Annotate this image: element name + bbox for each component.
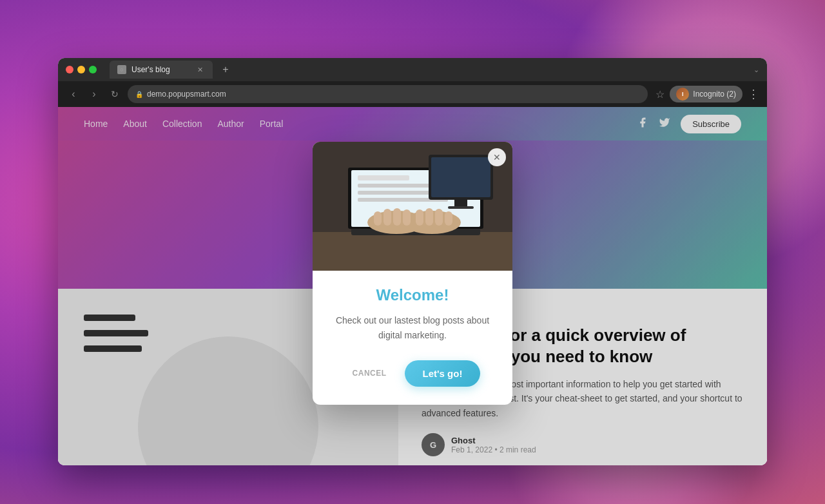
traffic-lights bbox=[66, 66, 97, 73]
popup-actions: CANCEL Let's go! bbox=[331, 360, 494, 387]
svg-rect-14 bbox=[383, 209, 391, 226]
tab-title: User's blog bbox=[131, 65, 189, 74]
svg-rect-7 bbox=[358, 175, 409, 180]
url-text: demo.popupsmart.com bbox=[147, 90, 226, 99]
browser-titlebar: ○ User's blog ✕ + ⌄ bbox=[58, 58, 767, 81]
incognito-profile-button[interactable]: I Incognito (2) bbox=[670, 86, 742, 102]
popup-overlay: ✕ Welcome! Check out our lastest blog po… bbox=[58, 107, 767, 465]
browser-window: ○ User's blog ✕ + ⌄ ‹ › ↻ 🔒 demo.popupsm… bbox=[58, 58, 767, 465]
tab-bar: ○ User's blog ✕ + bbox=[110, 61, 735, 79]
close-window-button[interactable] bbox=[66, 66, 73, 73]
profile-avatar-icon: I bbox=[676, 88, 689, 101]
popup-title: Welcome! bbox=[331, 286, 494, 304]
popup-dialog: ✕ Welcome! Check out our lastest blog po… bbox=[313, 142, 512, 405]
svg-rect-22 bbox=[431, 157, 490, 197]
tab-favicon: ○ bbox=[117, 65, 126, 74]
new-tab-button[interactable]: + bbox=[218, 62, 233, 77]
refresh-button[interactable]: ↻ bbox=[107, 86, 122, 102]
svg-rect-15 bbox=[393, 208, 401, 226]
profile-label: Incognito (2) bbox=[693, 90, 736, 99]
svg-rect-18 bbox=[425, 208, 433, 226]
lock-icon: 🔒 bbox=[135, 91, 143, 98]
svg-rect-13 bbox=[374, 211, 382, 226]
back-button[interactable]: ‹ bbox=[66, 86, 81, 102]
svg-rect-16 bbox=[403, 209, 411, 226]
svg-rect-20 bbox=[445, 211, 452, 226]
address-bar[interactable]: 🔒 demo.popupsmart.com bbox=[128, 85, 648, 103]
svg-rect-19 bbox=[435, 209, 443, 226]
maximize-window-button[interactable] bbox=[89, 66, 97, 73]
popup-cta-button[interactable]: Let's go! bbox=[405, 360, 481, 387]
browser-menu-button[interactable]: ⋮ bbox=[748, 87, 759, 101]
popup-body: Welcome! Check out our lastest blog post… bbox=[313, 271, 512, 405]
popup-cancel-button[interactable]: CANCEL bbox=[345, 363, 394, 383]
popup-text: Check out our lastest blog posts about d… bbox=[331, 313, 494, 342]
svg-rect-24 bbox=[448, 206, 474, 209]
forward-button[interactable]: › bbox=[86, 86, 102, 102]
svg-rect-17 bbox=[416, 209, 423, 226]
minimize-window-button[interactable] bbox=[77, 66, 85, 73]
browser-tab[interactable]: ○ User's blog ✕ bbox=[110, 61, 213, 79]
popup-close-button[interactable]: ✕ bbox=[488, 148, 506, 166]
website-content: Home About Collection Author Portal Subs… bbox=[58, 107, 767, 465]
tab-close-button[interactable]: ✕ bbox=[195, 64, 205, 75]
svg-rect-1 bbox=[313, 232, 512, 271]
popup-image bbox=[313, 142, 512, 271]
browser-addressbar: ‹ › ↻ 🔒 demo.popupsmart.com ☆ I Incognit… bbox=[58, 81, 767, 107]
bookmark-button[interactable]: ☆ bbox=[655, 88, 665, 101]
